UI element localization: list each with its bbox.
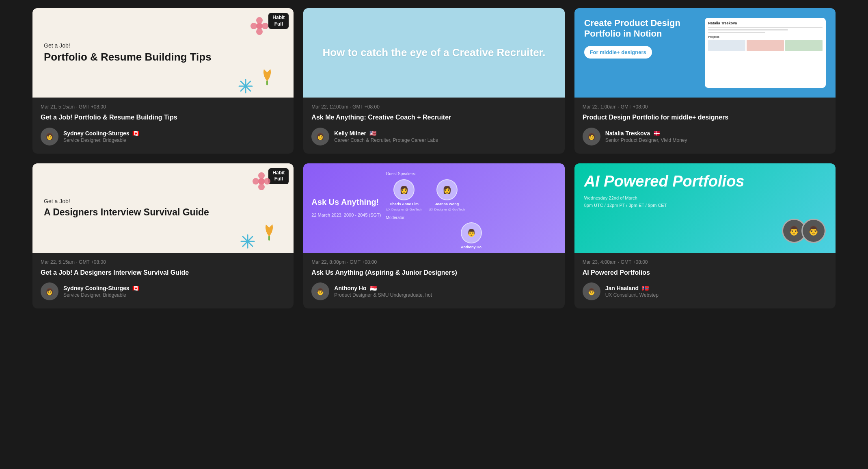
card-6-info: Mar 23, 4:00am · GMT +08:00 AI Powered P…	[574, 253, 836, 309]
card-3-speaker-flag: 🇩🇰	[653, 130, 660, 137]
card-5-thumbnail: Ask Us Anything! 22 March 2023, 2000 - 2…	[303, 163, 564, 253]
card-3-mini-line-3	[708, 32, 765, 33]
card-3-mini-projects: Projects	[708, 35, 823, 38]
card-4-speaker-flag: 🇨🇦	[132, 285, 139, 291]
card-5-speaker-flag: 🇸🇬	[370, 285, 377, 291]
card-1-title: Get a Job! Portfolio & Resume Building T…	[41, 113, 285, 122]
card-5-title: Ask Us Anything (Aspiring & Junior Desig…	[311, 268, 556, 277]
card-1[interactable]: Habit Full Get a Job! Portfolio & Resume…	[32, 8, 294, 154]
card-4-badge: Habit Full	[268, 168, 289, 184]
card-5-moderator-avatar: 👨	[461, 222, 482, 243]
card-5-left: Ask Us Anything! 22 March 2023, 2000 - 2…	[311, 172, 381, 245]
card-5-ask-title: Ask Us Anything!	[311, 197, 381, 207]
card-5-speaker: 👨 Anthony Ho 🇸🇬 Product Designer & SMU U…	[311, 282, 556, 300]
card-2[interactable]: How to catch the eye of a Creative Recru…	[303, 8, 564, 154]
card-5-speaker-1-name: Charis Anne Lim	[390, 202, 419, 206]
card-1-speaker-avatar: 👩	[41, 128, 58, 145]
card-6-speaker: 👨 Jan Haaland 🇳🇴 UX Consultant, Webstep	[583, 282, 827, 300]
card-4-speaker-role: Service Designer, Bridgeable	[63, 292, 139, 298]
card-3-mini-line-1	[708, 27, 823, 28]
card-6-ai-title: AI Powered Portfolios	[584, 173, 777, 190]
card-1-date: Mar 21, 5:15am · GMT +08:00	[41, 104, 285, 110]
tulip-deco-4	[261, 220, 277, 241]
card-5-date: Mar 22, 8:00pm · GMT +08:00	[311, 259, 556, 265]
card-3-speaker-role: Senior Product Designer, Vivid Money	[605, 137, 687, 143]
svg-point-13	[253, 178, 259, 185]
card-3-title: Product Design Portfolio for middle+ des…	[583, 113, 827, 122]
card-6-speaker-name: Jan Haaland 🇳🇴	[605, 285, 659, 291]
svg-point-2	[256, 28, 263, 35]
mini-img-3	[785, 40, 823, 51]
card-3[interactable]: Create Product Design Portfolio in Notio…	[574, 8, 836, 154]
mini-img-2	[747, 40, 784, 51]
card-6-speaker-flag: 🇳🇴	[642, 285, 649, 291]
card-5-info: Mar 22, 8:00pm · GMT +08:00 Ask Us Anyth…	[303, 253, 564, 309]
svg-rect-15	[268, 236, 270, 241]
card-5-date-text: 22 March 2023, 2000 - 2045 (SGT)	[311, 212, 381, 219]
svg-point-12	[258, 184, 265, 190]
card-4-info: Mar 22, 5:15am · GMT +08:00 Get a Job! A…	[32, 253, 294, 309]
card-5[interactable]: Ask Us Anything! 22 March 2023, 2000 - 2…	[303, 163, 564, 309]
card-4[interactable]: Habit Full Get a Job! A Designers Interv…	[32, 163, 294, 309]
card-4-date: Mar 22, 5:15am · GMT +08:00	[41, 259, 285, 265]
card-1-speaker-info: Sydney Cooling-Sturges 🇨🇦 Service Design…	[63, 130, 139, 143]
card-3-speaker: 👩 Natalia Treskova 🇩🇰 Senior Product Des…	[583, 128, 827, 145]
card-2-speaker-info: Kelly Milner 🇺🇸 Career Coach & Recruiter…	[334, 130, 438, 143]
svg-line-8	[241, 81, 250, 91]
card-5-speaker-2: 👩 Joanna Wong UX Designer @ GovTech	[429, 179, 465, 211]
card-3-date: Mar 22, 1:00am · GMT +08:00	[583, 104, 827, 110]
svg-point-14	[258, 178, 265, 185]
card-2-thumb-text: How to catch the eye of a Creative Recru…	[322, 46, 545, 60]
card-5-moderator: 👨 Anthony Ho	[386, 222, 557, 249]
card-3-mini-imgs	[708, 40, 823, 51]
card-2-speaker-avatar: 👩	[311, 128, 329, 145]
card-3-info: Mar 22, 1:00am · GMT +08:00 Product Desi…	[574, 98, 836, 154]
card-2-title: Ask Me Anything: Creative Coach + Recrui…	[311, 113, 556, 122]
card-6-host-avatars: 👨 👨	[782, 219, 826, 243]
card-3-thumb-right: Natalia Treskova Projects	[705, 18, 826, 88]
card-6-title: AI Powered Portfolios	[583, 268, 827, 277]
card-3-thumb-left: Create Product Design Portfolio in Notio…	[584, 18, 699, 88]
card-6[interactable]: AI Powered Portfolios Wednesday 22nd of …	[574, 163, 836, 309]
card-5-speaker-role: Product Designer & SMU Undergraduate, ho…	[334, 292, 432, 298]
card-2-thumbnail: How to catch the eye of a Creative Recru…	[303, 8, 564, 98]
card-4-speaker: 👩 Sydney Cooling-Sturges 🇨🇦 Service Desi…	[41, 282, 285, 300]
card-2-speaker-name: Kelly Milner 🇺🇸	[334, 130, 438, 137]
card-5-guest-label: Guest Speakers:	[386, 172, 557, 176]
card-5-speaker-avatar-main: 👨	[311, 282, 329, 300]
card-5-moderator-name: Anthony Ho	[461, 245, 482, 249]
card-5-right: Guest Speakers: 👩 Charis Anne Lim UX Des…	[386, 172, 557, 245]
star-deco-1	[238, 79, 253, 93]
card-5-speakers-row: 👩 Charis Anne Lim UX Designer @ GovTech …	[386, 179, 557, 211]
card-4-speaker-name: Sydney Cooling-Sturges 🇨🇦	[63, 285, 139, 291]
card-5-speaker-name: Anthony Ho 🇸🇬	[334, 285, 432, 291]
star-deco-4	[240, 234, 255, 249]
card-2-speaker: 👩 Kelly Milner 🇺🇸 Career Coach & Recruit…	[311, 128, 556, 145]
card-5-speaker-1-role: UX Designer @ GovTech	[386, 208, 423, 211]
tulip-deco-1	[259, 65, 275, 85]
card-3-thumb-title: Create Product Design Portfolio in Notio…	[584, 18, 699, 39]
card-3-thumb-pill: For middle+ designers	[584, 46, 652, 59]
svg-point-10	[258, 172, 265, 179]
card-5-speaker-2-avatar: 👩	[436, 179, 458, 200]
card-6-host-2-avatar: 👨	[801, 219, 826, 243]
card-4-speaker-info: Sydney Cooling-Sturges 🇨🇦 Service Design…	[63, 285, 139, 298]
card-1-speaker-name: Sydney Cooling-Sturges 🇨🇦	[63, 130, 139, 137]
card-4-speaker-avatar: 👩	[41, 282, 58, 300]
card-1-thumbnail: Habit Full Get a Job! Portfolio & Resume…	[32, 8, 294, 98]
card-grid: Habit Full Get a Job! Portfolio & Resume…	[32, 8, 836, 308]
card-3-speaker-name: Natalia Treskova 🇩🇰	[605, 130, 687, 137]
card-5-moderator-label: Moderator:	[386, 215, 557, 220]
card-1-badge: Habit Full	[268, 13, 289, 29]
card-3-mini-name: Natalia Treskova	[708, 21, 823, 25]
svg-line-19	[243, 237, 253, 246]
svg-line-9	[241, 81, 250, 91]
card-4-get-a-job: Get a Job!	[44, 198, 282, 204]
svg-point-1	[262, 23, 268, 29]
card-1-get-a-job: Get a Job!	[44, 42, 282, 49]
card-5-speaker-1: 👩 Charis Anne Lim UX Designer @ GovTech	[386, 179, 423, 211]
card-6-speaker-avatar: 👨	[583, 282, 600, 300]
card-6-date-info: Wednesday 22nd of March 8pm UTC / 12pm P…	[584, 195, 777, 209]
card-6-speaker-info: Jan Haaland 🇳🇴 UX Consultant, Webstep	[605, 285, 659, 298]
card-1-speaker-role: Service Designer, Bridgeable	[63, 137, 139, 143]
